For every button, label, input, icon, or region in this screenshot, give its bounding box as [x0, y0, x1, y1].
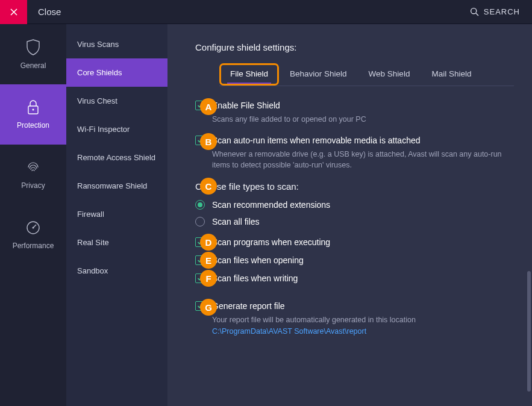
- radio-label: Scan recommended extensions: [212, 200, 330, 210]
- option-label: Scan files when writing: [212, 273, 298, 283]
- content-pane: Configure shield settings: File Shield B…: [167, 24, 532, 406]
- close-icon: [10, 8, 18, 16]
- report-path-link[interactable]: C:\ProgramData\AVAST Software\Avast\repo…: [212, 327, 366, 336]
- radio-scan-recommended[interactable]: [195, 200, 205, 210]
- section-choose-types: Choose file types to scan:: [195, 181, 514, 192]
- option-scan-opening: Scan files when opening: [195, 255, 514, 265]
- option-generate-report: Generate report file Your report file wi…: [195, 301, 514, 336]
- fingerprint-icon: [25, 160, 41, 175]
- search-button[interactable]: SEARCH: [470, 7, 532, 16]
- subnav-real-site[interactable]: Real Site: [66, 228, 167, 257]
- annotation-e: E: [200, 252, 217, 269]
- search-label: SEARCH: [484, 7, 520, 16]
- annotation-c: C: [200, 178, 217, 195]
- option-description: Scans any file added to or opened on you…: [212, 114, 514, 125]
- tab-file-shield[interactable]: File Shield: [219, 63, 279, 86]
- annotation-b: B: [200, 133, 217, 150]
- report-desc-text: Your report file will be automatically g…: [212, 316, 416, 324]
- option-description: Your report file will be automatically g…: [212, 314, 514, 336]
- subnav-wifi-inspector[interactable]: Wi-Fi Inspector: [66, 115, 167, 143]
- lock-icon: [27, 99, 40, 115]
- option-label: Scan programs when executing: [212, 237, 330, 247]
- shield-tabs: File Shield Behavior Shield Web Shield M…: [219, 63, 514, 86]
- nav-general[interactable]: General: [0, 24, 66, 84]
- shield-icon: [26, 39, 40, 55]
- option-label: Enable File Shield: [212, 101, 280, 110]
- tab-mail-shield[interactable]: Mail Shield: [421, 63, 482, 86]
- subnav-virus-chest[interactable]: Virus Chest: [66, 87, 167, 115]
- svg-point-0: [471, 8, 476, 14]
- page-title: Configure shield settings:: [195, 42, 514, 52]
- nav-label: Privacy: [21, 181, 45, 190]
- radio-scan-all[interactable]: [195, 217, 205, 226]
- subnav-sandbox[interactable]: Sandbox: [66, 257, 167, 285]
- tab-web-shield[interactable]: Web Shield: [358, 63, 421, 86]
- annotation-d: D: [200, 234, 217, 251]
- option-enable-file-shield: Enable File Shield Scans any file added …: [195, 101, 514, 125]
- nav-performance[interactable]: Performance: [0, 205, 66, 265]
- titlebar-left: Close: [0, 0, 61, 24]
- annotation-a: A: [200, 98, 217, 115]
- subnav-firewall[interactable]: Firewall: [66, 200, 167, 228]
- option-label: Generate report file: [212, 301, 285, 311]
- titlebar: Close SEARCH: [0, 0, 532, 24]
- tab-behavior-shield[interactable]: Behavior Shield: [279, 63, 358, 86]
- option-label: Scan auto-run items when removable media…: [212, 136, 421, 145]
- nav-protection[interactable]: Protection: [0, 84, 66, 145]
- option-scan-writing: Scan files when writing: [195, 273, 514, 283]
- sub-nav: Virus Scans Core Shields Virus Chest Wi-…: [66, 24, 167, 406]
- left-nav: General Protection Privacy Performance: [0, 24, 66, 406]
- annotation-f: F: [200, 270, 217, 287]
- nav-label: Protection: [17, 121, 49, 130]
- main-layout: General Protection Privacy Performance V…: [0, 24, 532, 406]
- subnav-core-shields[interactable]: Core Shields: [66, 58, 167, 87]
- option-label: Scan files when opening: [212, 255, 304, 265]
- radio-row-recommended: Scan recommended extensions: [195, 200, 514, 210]
- close-label: Close: [38, 7, 61, 17]
- close-button[interactable]: [0, 0, 27, 24]
- option-description: Whenever a removable drive (e.g. a USB k…: [212, 149, 514, 170]
- gauge-icon: [25, 220, 41, 236]
- nav-label: Performance: [13, 242, 54, 250]
- subnav-ransomware-shield[interactable]: Ransomware Shield: [66, 172, 167, 200]
- nav-label: General: [20, 61, 46, 70]
- option-scan-autorun: Scan auto-run items when removable media…: [195, 136, 514, 170]
- svg-point-2: [33, 109, 34, 111]
- subnav-remote-access-shield[interactable]: Remote Access Shield: [66, 143, 167, 172]
- scrollbar[interactable]: [527, 271, 531, 392]
- subnav-virus-scans[interactable]: Virus Scans: [66, 30, 167, 58]
- nav-privacy[interactable]: Privacy: [0, 145, 66, 205]
- search-icon: [470, 7, 479, 16]
- svg-point-4: [33, 227, 34, 229]
- option-scan-executing: Scan programs when executing: [195, 237, 514, 247]
- radio-label: Scan all files: [212, 217, 260, 226]
- radio-row-all: Scan all files: [195, 217, 514, 226]
